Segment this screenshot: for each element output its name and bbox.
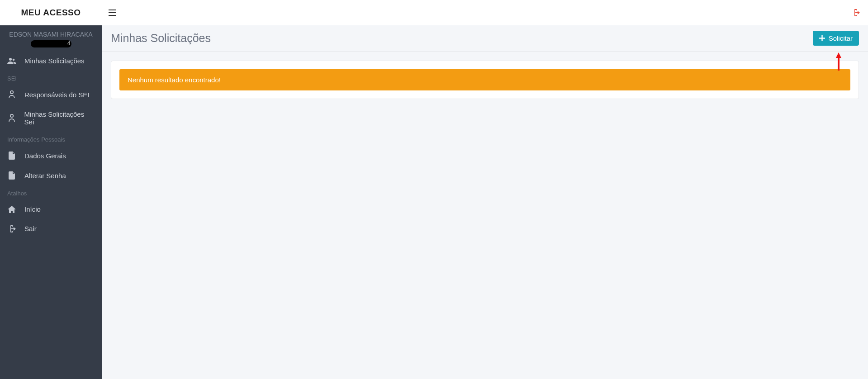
solicitar-label: Solicitar: [829, 34, 853, 42]
logout-icon: [852, 9, 860, 16]
sidebar-item-minhas-solicitacoes[interactable]: Minhas Solicitações: [0, 51, 102, 71]
logout-top-button[interactable]: [852, 9, 860, 16]
person-icon: [7, 114, 16, 122]
sidebar-item-responsaveis-sei[interactable]: Responsáveis do SEI: [0, 85, 102, 104]
svg-point-6: [10, 114, 13, 117]
document-icon: [7, 171, 16, 180]
svg-rect-0: [109, 9, 116, 10]
results-card: Nenhum resultado encontrado!: [111, 61, 859, 99]
sidebar-section-info: Informações Pessoais: [0, 132, 102, 146]
main-content: Minhas Solicitações Solicitar Nenhum res…: [102, 0, 868, 379]
sidebar-item-inicio[interactable]: Início: [0, 199, 102, 219]
sidebar-item-label: Responsáveis do SEI: [24, 91, 89, 99]
sidebar-section-atalhos: Atalhos: [0, 185, 102, 199]
person-icon: [7, 90, 16, 99]
sidebar-item-label: Alterar Senha: [24, 172, 66, 180]
svg-rect-2: [109, 15, 116, 16]
svg-rect-8: [819, 38, 825, 38]
sidebar-item-sair[interactable]: Sair: [0, 219, 102, 238]
sidebar-item-alterar-senha[interactable]: Alterar Senha: [0, 166, 102, 185]
document-icon: [7, 152, 16, 160]
sidebar-item-dados-gerais[interactable]: Dados Gerais: [0, 146, 102, 166]
sidebar-section-sei: SEI: [0, 71, 102, 85]
menu-toggle[interactable]: [109, 9, 116, 16]
content-body: Nenhum resultado encontrado!: [102, 52, 868, 108]
sidebar-item-label: Sair: [24, 225, 37, 232]
no-results-alert: Nenhum resultado encontrado!: [119, 69, 850, 90]
svg-point-4: [13, 58, 15, 61]
svg-point-5: [10, 91, 13, 94]
solicitar-button[interactable]: Solicitar: [813, 31, 859, 46]
user-name: EDSON MASAMI HIRACAKA: [5, 31, 97, 38]
sidebar-item-label: Minhas Solicitações Sei: [24, 110, 95, 126]
content-header: Minhas Solicitações Solicitar: [102, 25, 868, 52]
sidebar: EDSON MASAMI HIRACAKA Minhas Solicitaçõe…: [0, 0, 102, 379]
svg-point-3: [9, 58, 12, 61]
logout-icon: [7, 225, 16, 232]
sidebar-item-minhas-solicitacoes-sei[interactable]: Minhas Solicitações Sei: [0, 104, 102, 132]
users-icon: [7, 57, 16, 65]
plus-icon: [819, 35, 825, 41]
svg-rect-1: [109, 12, 116, 13]
user-block: EDSON MASAMI HIRACAKA: [0, 25, 102, 51]
hamburger-icon: [109, 9, 116, 16]
user-id-redacted: [31, 40, 71, 47]
sidebar-item-label: Minhas Solicitações: [24, 57, 85, 65]
sidebar-item-label: Dados Gerais: [24, 152, 66, 160]
topbar: MEU ACESSO: [0, 0, 868, 25]
sidebar-item-label: Início: [24, 205, 41, 213]
brand-title: MEU ACESSO: [0, 8, 102, 18]
page-title: Minhas Solicitações: [111, 32, 211, 45]
home-icon: [7, 206, 16, 213]
